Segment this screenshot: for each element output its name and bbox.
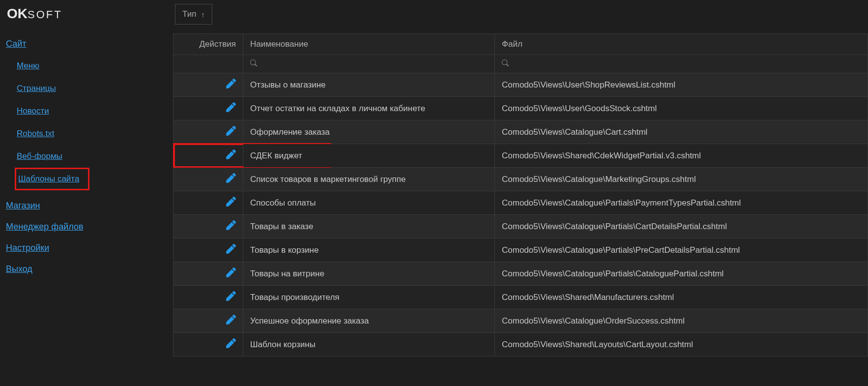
actions-cell [174, 120, 243, 144]
edit-icon[interactable] [226, 246, 236, 256]
edit-icon[interactable] [226, 222, 236, 232]
file-cell: Comodo5\Views\User\GoodsStock.cshtml [495, 97, 868, 120]
actions-cell [174, 191, 243, 215]
nav-settings[interactable]: Настройки [6, 238, 167, 259]
edit-icon[interactable] [226, 293, 236, 303]
file-cell: Comodo5\Views\Catalogue\OrderSuccess.csh… [495, 309, 868, 333]
name-cell: Шаблон корзины [243, 333, 495, 356]
name-cell: Отзывы о магазине [243, 73, 495, 97]
actions-cell [174, 262, 243, 286]
table-row: Товары в корзинеComodo5\Views\Catalogue\… [174, 238, 868, 262]
actions-cell [174, 238, 243, 262]
table-header-row: Действия Наименование Файл [174, 34, 868, 55]
table-row: Способы оплатыComodo5\Views\Catalogue\Pa… [174, 191, 868, 215]
search-actions-cell [174, 55, 243, 73]
sidebar: OKSOFT Сайт Меню Страницы Новости Robots… [0, 0, 173, 386]
edit-icon[interactable] [226, 81, 236, 90]
actions-cell [174, 144, 243, 168]
name-cell: Товары в корзине [243, 238, 495, 262]
logo-soft: SOFT [28, 8, 62, 21]
table-search-row [174, 55, 868, 73]
file-cell: Comodo5\Views\Catalogue\Cart.cshtml [495, 120, 868, 144]
name-cell: Оформление заказа [243, 120, 495, 144]
actions-cell [174, 73, 243, 97]
file-cell: Comodo5\Views\User\ShopReviewsList.cshtm… [495, 73, 868, 97]
filter-bar: Тип ↑ [173, 4, 868, 33]
name-cell: Способы оплаты [243, 191, 495, 215]
name-cell: Список товаров в маркетинговой группе [243, 168, 495, 191]
edit-icon[interactable] [226, 199, 236, 208]
name-cell: Товары на витрине [243, 262, 495, 286]
edit-icon[interactable] [226, 151, 236, 161]
edit-icon[interactable] [226, 104, 236, 114]
edit-icon[interactable] [226, 269, 236, 279]
table-row: Оформление заказаComodo5\Views\Catalogue… [174, 120, 868, 144]
nav-menu[interactable]: Меню [6, 55, 167, 77]
nav-news[interactable]: Новости [6, 100, 167, 122]
table-row: Товары производителяComodo5\Views\Shared… [174, 286, 868, 309]
header-file: Файл [495, 34, 868, 55]
actions-cell [174, 168, 243, 191]
file-cell: Comodo5\Views\Catalogue\Partials\Catalog… [495, 262, 868, 286]
file-cell: Comodo5\Views\Catalogue\Partials\Payment… [495, 191, 868, 215]
search-icon [502, 59, 509, 68]
edit-icon[interactable] [226, 317, 236, 327]
name-cell: СДЕК виджет [243, 144, 495, 168]
nav-robots[interactable]: Robots.txt [6, 122, 167, 145]
highlight-templates: Шаблоны сайта [15, 168, 89, 190]
nav-webforms[interactable]: Веб-формы [6, 145, 167, 168]
file-cell: Comodo5\Views\Catalogue\MarketingGroups.… [495, 168, 868, 191]
actions-cell [174, 97, 243, 120]
table-row: Товары в заказеComodo5\Views\Catalogue\P… [174, 215, 868, 238]
table-row: Успешное оформление заказаComodo5\Views\… [174, 309, 868, 333]
header-actions: Действия [174, 34, 243, 55]
nav-store[interactable]: Магазин [6, 195, 167, 216]
table-row: СДЕК виджетComodo5\Views\Shared\CdekWidg… [174, 144, 868, 168]
search-icon [250, 59, 257, 68]
table-row: Отзывы о магазинеComodo5\Views\User\Shop… [174, 73, 868, 97]
edit-icon[interactable] [226, 340, 236, 350]
sort-type-button[interactable]: Тип ↑ [175, 4, 212, 25]
name-cell: Товары производителя [243, 286, 495, 309]
search-file-cell[interactable] [495, 55, 868, 73]
file-cell: Comodo5\Views\Catalogue\Partials\CartDet… [495, 215, 868, 238]
file-cell: Comodo5\Views\Catalogue\Partials\PreCart… [495, 238, 868, 262]
edit-icon[interactable] [226, 128, 236, 138]
templates-table: Действия Наименование Файл Отзывы [173, 33, 868, 356]
table-row: Список товаров в маркетинговой группеCom… [174, 168, 868, 191]
nav-section: Сайт Меню Страницы Новости Robots.txt Ве… [0, 33, 173, 280]
logo-ok: OK [7, 6, 28, 21]
table-row: Отчет остатки на складах в личном кабине… [174, 97, 868, 120]
nav-filemanager[interactable]: Менеджер файлов [6, 216, 167, 238]
nav-exit[interactable]: Выход [6, 259, 167, 280]
sort-type-label: Тип [182, 9, 196, 19]
nav-pages[interactable]: Страницы [6, 77, 167, 100]
actions-cell [174, 286, 243, 309]
nav-site[interactable]: Сайт [6, 33, 167, 55]
nav-site-templates[interactable]: Шаблоны сайта [18, 174, 79, 183]
search-name-cell[interactable] [243, 55, 495, 73]
logo: OKSOFT [0, 4, 173, 33]
file-cell: Comodo5\Views\Shared\CdekWidgetPartial.v… [495, 144, 868, 168]
file-cell: Comodo5\Views\Shared\Layouts\CartLayout.… [495, 333, 868, 356]
name-cell: Отчет остатки на складах в личном кабине… [243, 97, 495, 120]
main-content: Тип ↑ Действия Наименование Файл [173, 0, 868, 386]
header-name: Наименование [243, 34, 495, 55]
table-row: Товары на витринеComodo5\Views\Catalogue… [174, 262, 868, 286]
actions-cell [174, 333, 243, 356]
actions-cell [174, 309, 243, 333]
name-cell: Товары в заказе [243, 215, 495, 238]
actions-cell [174, 215, 243, 238]
file-cell: Comodo5\Views\Shared\Manufacturers.cshtm… [495, 286, 868, 309]
name-cell: Успешное оформление заказа [243, 309, 495, 333]
arrow-up-icon: ↑ [201, 10, 205, 19]
table-row: Шаблон корзиныComodo5\Views\Shared\Layou… [174, 333, 868, 356]
edit-icon[interactable] [226, 175, 236, 185]
